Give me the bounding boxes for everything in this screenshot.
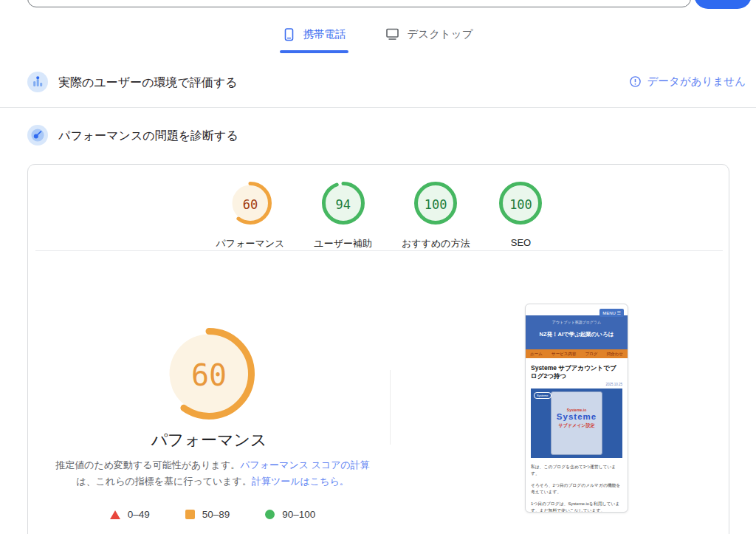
score-legend: 0–4950–8990–100 <box>47 509 379 520</box>
summary-gauge-performance[interactable]: 60パフォーマンス <box>216 182 285 250</box>
url-input[interactable] <box>27 0 691 7</box>
analyze-button[interactable] <box>694 0 752 9</box>
legend-item-circle: 90–100 <box>265 509 315 520</box>
score-disclaimer-note: 推定値のため変動する可能性があります。パフォーマンス スコアの計算は、これらの指… <box>47 457 379 490</box>
thumb-nav-item: 問合わせ <box>607 352 623 357</box>
gauge-ring: 94 <box>322 182 365 227</box>
thumb-nav-bar: ホームサービス内容ブログ問合わせ <box>526 349 628 358</box>
summary-gauge-best-practices[interactable]: 100おすすめの方法 <box>402 182 470 250</box>
score-label: おすすめの方法 <box>402 237 470 250</box>
thumb-image-caption-main: Systeme <box>531 412 622 421</box>
score-label: ユーザー補助 <box>314 237 372 250</box>
legend-item-triangle: 0–49 <box>110 509 150 520</box>
performance-score-gauge: 60 <box>163 328 255 422</box>
thumb-post-title: Systeme サブアカウントでブログ2つ持つ <box>531 364 622 380</box>
gauge-ring: 60 <box>229 182 272 227</box>
legend-range: 50–89 <box>202 509 230 520</box>
pagespeed-results-page: 携帯電話 デスクトップ 実際のユーザーの環境で評価する データがありません <box>0 0 756 534</box>
score-value: 60 <box>163 328 255 422</box>
thumb-paragraph: 私は、このブログを含めて3つ運営しています。 <box>531 464 622 476</box>
triangle-marker-icon <box>110 510 120 519</box>
gauge-ring: 60 <box>163 328 255 422</box>
square-marker-icon <box>185 510 195 519</box>
field-data-icon <box>27 72 48 92</box>
field-data-status-link[interactable]: データがありません <box>630 75 746 89</box>
thumb-nav-item: ホーム <box>530 352 543 357</box>
section-divider <box>0 107 756 108</box>
field-data-status-label: データがありません <box>647 75 746 89</box>
thumb-paragraphs: 私は、このブログを含めて3つ運営しています。そろそろ、2つ目のブログのメルマガの… <box>531 464 622 513</box>
gauge-ring: 100 <box>499 182 542 227</box>
lighthouse-report-card: 60パフォーマンス 94ユーザー補助 100おすすめの方法 100SEO 60 … <box>27 164 729 534</box>
thumb-article: Systeme サブアカウントでブログ2つ持つ 2025.10.25 Syste… <box>526 358 628 513</box>
diagnose-section-title: パフォーマンスの問題を診断する <box>58 129 238 144</box>
note-text: 推定値のため変動する可能性があります。 <box>55 459 240 470</box>
legend-range: 90–100 <box>282 509 315 520</box>
device-tabs: 携帯電話 デスクトップ <box>0 23 756 53</box>
field-section-title: 実際のユーザーの環境で評価する <box>58 75 238 91</box>
score-value: 60 <box>229 182 272 227</box>
thumb-nav-item: ブログ <box>585 352 598 357</box>
thumb-paragraph: そろそろ、2つ目のブログのメルマガの機能を考えています。 <box>531 482 622 495</box>
thumb-image-caption-sub: サブドメイン設定 <box>531 422 622 429</box>
performance-detail-title: パフォーマンス <box>28 429 390 451</box>
summary-gauge-accessibility[interactable]: 94ユーザー補助 <box>314 182 372 250</box>
thumb-nav-item: サービス内容 <box>551 352 576 357</box>
desktop-icon <box>385 28 399 41</box>
thumb-site-header: アウトプット英語プログラム NZ発！AIで学ぶ起業のいろは <box>526 315 628 349</box>
score-value: 100 <box>499 182 542 227</box>
legend-item-square: 50–89 <box>185 509 230 520</box>
score-value: 100 <box>414 182 457 227</box>
circle-marker-icon <box>265 510 275 519</box>
vertical-divider <box>390 370 391 445</box>
info-icon <box>630 76 641 87</box>
page-screenshot-thumbnail[interactable]: MENU ☰ アウトプット英語プログラム NZ発！AIで学ぶ起業のいろは ホーム… <box>525 304 628 513</box>
summary-gauge-seo[interactable]: 100SEO <box>499 182 542 248</box>
thumb-post-image: Systeme Systeme.io Systeme サブドメイン設定 <box>531 388 622 458</box>
thumb-paragraph: 1つ目のブログは、Systeme.ioを利用しています。まだ無料で使いこなしてい… <box>531 501 622 513</box>
mobile-phone-icon <box>283 28 295 41</box>
diagnose-icon <box>27 125 48 146</box>
note-text: は、これらの指標を基に行っています。 <box>76 476 252 487</box>
inline-link[interactable]: パフォーマンス スコアの計算 <box>240 459 370 470</box>
thumb-site-tagline: アウトプット英語プログラム <box>526 315 628 324</box>
tab-desktop-label: デスクトップ <box>407 27 472 41</box>
card-divider <box>35 250 723 251</box>
score-value: 94 <box>322 182 365 227</box>
tab-desktop[interactable]: デスクトップ <box>382 23 475 53</box>
gauge-ring: 100 <box>414 182 457 227</box>
inline-link[interactable]: 計算ツールはこちら。 <box>252 476 349 487</box>
thumb-site-title: NZ発！AIで学ぶ起業のいろは <box>526 331 628 338</box>
score-label: SEO <box>511 237 531 248</box>
thumb-post-date: 2025.10.25 <box>531 383 622 386</box>
tab-mobile-label: 携帯電話 <box>303 27 346 41</box>
active-tab-underline <box>280 50 348 53</box>
legend-range: 0–49 <box>128 509 150 520</box>
thumb-image-badge: Systeme <box>534 392 551 399</box>
score-summary-row: 60パフォーマンス 94ユーザー補助 100おすすめの方法 100SEO <box>28 182 730 250</box>
score-label: パフォーマンス <box>216 237 285 250</box>
tab-mobile[interactable]: 携帯電話 <box>280 23 348 53</box>
